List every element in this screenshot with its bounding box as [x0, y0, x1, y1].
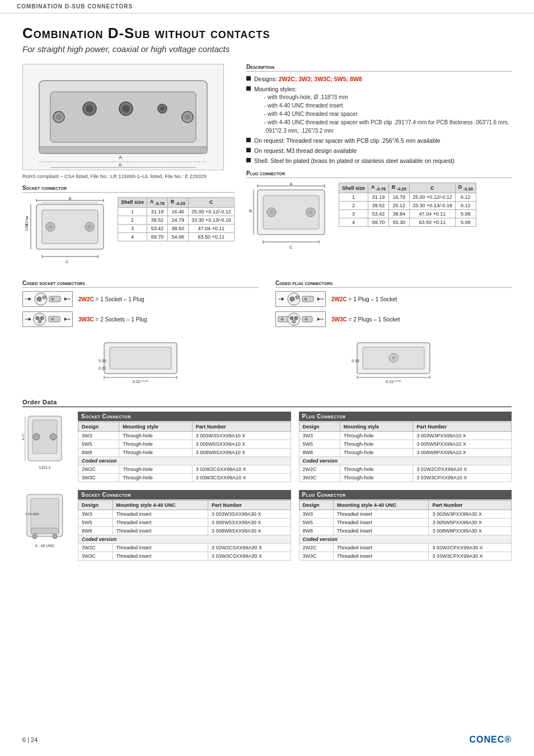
left-col: A B RoHS compliant – CSA listed, File No… — [22, 64, 235, 276]
plug-th-c: C — [409, 183, 455, 193]
footer-page: 6 | 24 — [22, 736, 38, 743]
svg-marker-78 — [317, 297, 320, 301]
po1-th-mount: Mounting style — [340, 422, 413, 432]
order-tables-col-2: Socket Connector Design Mounting style 4… — [78, 490, 512, 561]
socket-order2-wrap: Socket Connector Design Mounting style 4… — [78, 490, 291, 561]
svg-point-7 — [86, 105, 93, 113]
so1-th-design: Design — [78, 422, 119, 432]
table-row: 131.1916.7925.00 +0.12/-0.126.12 — [339, 193, 476, 202]
table-row: 8W8Through-hole3 008W8SXX99A10 X — [78, 449, 291, 457]
svg-rect-75 — [302, 296, 313, 302]
svg-point-108 — [33, 433, 40, 440]
page-title: Combination D-Sub without contacts — [22, 25, 512, 42]
svg-marker-69 — [64, 318, 67, 321]
svg-text:4 - 40 UNC: 4 - 40 UNC — [35, 544, 54, 548]
svg-point-62 — [34, 313, 46, 325]
svg-marker-71 — [282, 297, 284, 301]
svg-point-11 — [160, 106, 165, 111]
svg-text:12x1.2: 12x1.2 — [39, 465, 50, 469]
svg-point-117 — [53, 534, 57, 539]
main-two-col: A B RoHS compliant – CSA listed, File No… — [22, 64, 512, 276]
so1-th-mount: Mounting style — [119, 422, 192, 432]
bullet-b5 — [246, 158, 251, 162]
svg-point-73 — [290, 297, 294, 301]
socket-order2-title: Socket Connector — [78, 490, 291, 500]
product-image: A B — [22, 64, 224, 170]
coded-plug-item-1: 2W2C = 1 Plug – 1 Socket — [275, 291, 512, 307]
coded-socket-label: Coded socket connectors — [22, 280, 259, 288]
svg-point-76 — [304, 298, 307, 301]
svg-point-74 — [296, 296, 299, 299]
coded-plug-label: Coded plug connectors — [275, 280, 512, 288]
po2-th-part: Part Number — [429, 501, 512, 510]
table-row: 2W2CThreaded insert3 02W2CPXX99A30 X — [299, 544, 512, 552]
table-row: 2W2CThrough-hole3 02W2CSXX99A10 X — [78, 465, 291, 474]
table-row: 3W3CThrough-hole3 03W3CSXX99A10 X — [78, 474, 291, 482]
table-row: 5W5Threaded insert3 005W5SXX99A30 X — [78, 519, 291, 527]
svg-text:B: B — [119, 162, 121, 167]
plug-diagram: A B C — [246, 181, 333, 255]
table-row: 5W5Through-hole3 005W5PXX99A10 X — [299, 440, 512, 449]
table-row: 469.7054.9663.50 +0.11 — [118, 232, 235, 241]
svg-point-34 — [87, 225, 92, 229]
plug-th-shell: Shell size — [339, 183, 368, 193]
coded-plug-icon-2 — [275, 311, 326, 327]
svg-text:B: B — [249, 208, 252, 213]
plug-order1-wrap: Plug Connector Design Mounting style Par… — [299, 412, 512, 482]
svg-text:5.35: 5.35 — [99, 359, 106, 363]
plug-table-wrap: Shell size A -0.76 B -0.25 C D -0.30 131… — [339, 181, 476, 227]
mounting-sub-items: - with through-hole, Ø .118"/3 mm- with … — [254, 93, 512, 135]
main-content: Combination D-Sub without contacts For s… — [0, 13, 534, 585]
plug-order2-wrap: Plug Connector Design Mounting style 4-4… — [299, 490, 512, 561]
desc-item-b5: Shell: Steel tin plated (brass tin plate… — [246, 157, 512, 165]
table-row: 353.4238.8447.04 +0.115.99 — [339, 210, 476, 218]
table-row: 3W3CThrough-hole3 03W3CPXX99A10 X — [299, 474, 512, 482]
tech-drawings-row: 8.02⁺⁰·²⁵ 5.35 6.32 8.23⁺⁰·²⁵ 5.33 — [22, 337, 512, 388]
rohscsa-text: RoHS compliant – CSA listed, File No.: L… — [22, 174, 235, 179]
desc-item-b3: On request: Threaded rear spacer with PC… — [246, 137, 512, 145]
svg-point-82 — [290, 316, 293, 320]
plug-connector-label: Plug connector — [246, 170, 512, 178]
socket-th-a: A -0.76 — [147, 198, 168, 208]
top-bar-label: Combination D-Sub Connectors — [17, 3, 133, 10]
svg-text:ø 3ᵒ·⁷: ø 3ᵒ·⁷ — [22, 432, 25, 440]
order-row-2: 4 - 40 UNC 2.55 REF Socket Connector Des… — [22, 490, 512, 561]
svg-marker-88 — [317, 318, 320, 321]
svg-marker-61 — [29, 318, 31, 321]
order-data-label: Order data — [22, 399, 512, 407]
coded-socket-icon-1 — [22, 291, 73, 307]
svg-text:A: A — [289, 181, 293, 186]
po1-th-design: Design — [299, 422, 340, 432]
svg-point-81 — [288, 313, 300, 325]
svg-marker-52 — [29, 297, 31, 301]
bullet-designs — [246, 76, 251, 81]
svg-text:6.32: 6.32 — [99, 366, 106, 370]
socket-order2-table: Design Mounting style 4-40 UNC Part Numb… — [78, 500, 291, 561]
svg-rect-56 — [49, 296, 60, 302]
svg-point-57 — [51, 298, 54, 301]
socket-th-c: C — [188, 198, 234, 208]
product-image-svg: A B — [28, 64, 218, 170]
table-row: 8W8Threaded insert3 008W8SXX99A30 X — [78, 527, 291, 535]
table-row: 239.5225.1233.30 +0.13/-0.186.12 — [339, 202, 476, 210]
table-row: 3W3Through-hole3 003W3SXX99A10 X — [78, 432, 291, 440]
order-img-col-2: 4 - 40 UNC 2.55 REF — [22, 490, 70, 561]
svg-point-5 — [185, 114, 190, 120]
coded-plug-desc-2: 3W3C = 2 Plugs – 1 Socket — [331, 316, 400, 323]
coded-two-col: Coded socket connectors — [22, 280, 512, 332]
table-row: 239.5224.7933.30 +0.13/-0.18 — [118, 216, 235, 224]
svg-text:2.55 REF: 2.55 REF — [25, 512, 40, 516]
plug-dim-table: Shell size A -0.76 B -0.25 C D -0.30 131… — [339, 183, 476, 227]
table-row: 2W2CThrough-hole3 02W2CPXX99A10 X — [299, 465, 512, 474]
description-list: Designs: 2W2C; 3W3; 3W3C; 5W5; 8W8 Mount… — [246, 75, 512, 165]
coded-version-row: Coded version — [78, 457, 291, 465]
order-img-col-1: 12x1.2 ø 3ᵒ·⁷ — [22, 412, 70, 482]
so1-th-part: Part Number — [192, 422, 291, 432]
svg-point-63 — [36, 316, 39, 320]
svg-point-48 — [269, 210, 274, 214]
mounting-sub-item: - with 4-40 UNC threaded rear spacer — [264, 110, 512, 118]
subtitle: For straight high power, coaxial or high… — [22, 44, 512, 54]
order-data-section: Order data 12x1.2 ø 3ᵒ·⁷ Socket Conn — [22, 399, 512, 561]
plug-dim-block: A B C — [246, 181, 512, 255]
plug-order2-title: Plug Connector — [299, 490, 512, 500]
